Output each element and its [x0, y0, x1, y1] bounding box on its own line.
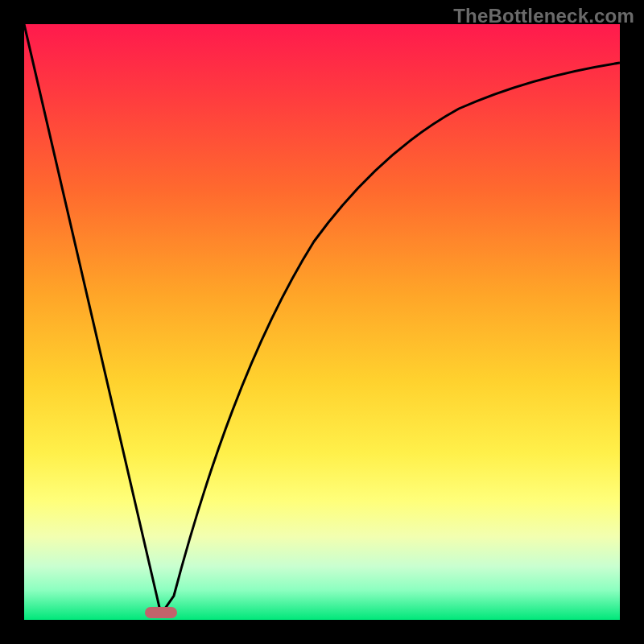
bottleneck-marker	[145, 607, 177, 618]
chart-frame: TheBottleneck.com	[0, 0, 644, 644]
watermark-text: TheBottleneck.com	[453, 5, 634, 27]
bottleneck-curve	[24, 24, 620, 620]
curve-path	[24, 24, 620, 614]
plot-area	[24, 24, 620, 620]
